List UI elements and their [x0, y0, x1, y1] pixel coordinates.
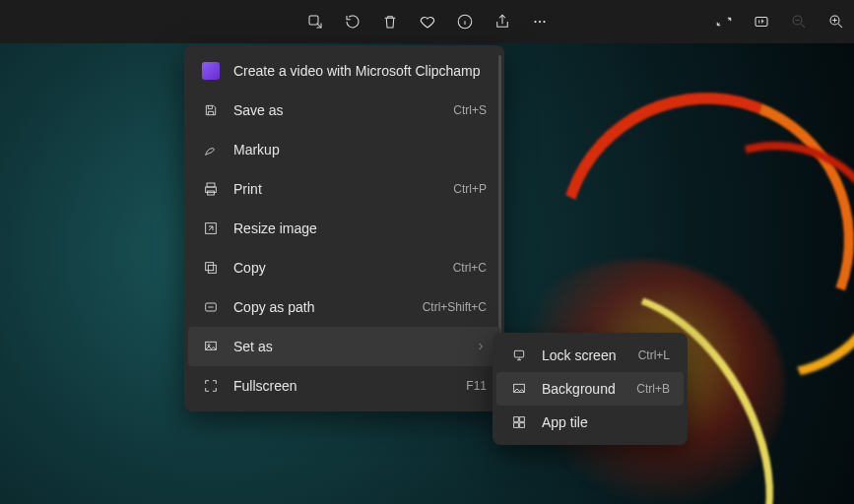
print-icon: [202, 180, 220, 198]
svg-point-4: [543, 21, 545, 23]
chevron-right-icon: [475, 341, 487, 352]
menu-item-accel: Ctrl+Shift+C: [423, 300, 487, 314]
info-icon[interactable]: [455, 12, 475, 32]
submenu-item-accel: Ctrl+B: [636, 382, 670, 396]
menu-item-accel: Ctrl+P: [453, 182, 487, 196]
menu-item-clipchamp[interactable]: Create a video with Microsoft Clipchamp: [188, 51, 500, 91]
save-icon: [202, 101, 220, 119]
share-icon[interactable]: [493, 12, 512, 32]
more-icon[interactable]: [530, 12, 550, 32]
zoom-out-icon[interactable]: [789, 12, 809, 32]
submenu-item-label: App tile: [542, 414, 670, 430]
menu-item-print[interactable]: Print Ctrl+P: [188, 169, 500, 209]
svg-rect-22: [520, 423, 525, 428]
lock-screen-icon: [510, 346, 528, 364]
menu-item-copy-path[interactable]: Copy as path Ctrl+Shift+C: [188, 287, 500, 327]
set-as-submenu: Lock screen Ctrl+L Background Ctrl+B App…: [493, 333, 688, 445]
submenu-item-accel: Ctrl+L: [638, 348, 670, 362]
fullscreen-toggle-icon[interactable]: [714, 12, 734, 32]
zoom-in-icon[interactable]: [826, 12, 846, 32]
svg-rect-20: [520, 417, 525, 422]
menu-item-label: Set as: [233, 339, 461, 354]
context-menu: Create a video with Microsoft Clipchamp …: [184, 45, 504, 411]
menu-item-label: Print: [233, 181, 439, 197]
menu-item-label: Fullscreen: [233, 378, 452, 394]
submenu-item-app-tile[interactable]: App tile: [496, 406, 684, 439]
menu-item-set-as[interactable]: Set as: [188, 327, 500, 366]
menu-item-copy[interactable]: Copy Ctrl+C: [188, 248, 500, 287]
markup-icon: [202, 141, 220, 158]
menu-item-save-as[interactable]: Save as Ctrl+S: [188, 91, 500, 130]
copy-icon: [202, 259, 220, 277]
menu-item-label: Create a video with Microsoft Clipchamp: [233, 63, 487, 79]
menu-item-fullscreen[interactable]: Fullscreen F11: [188, 366, 500, 406]
submenu-item-label: Background: [542, 381, 623, 397]
svg-point-16: [208, 345, 210, 346]
svg-rect-5: [755, 18, 767, 27]
background-icon: [510, 380, 528, 398]
app-toolbar: [0, 0, 854, 43]
menu-item-label: Save as: [233, 102, 439, 118]
svg-rect-13: [206, 263, 214, 271]
delete-icon[interactable]: [380, 12, 400, 32]
submenu-item-lock-screen[interactable]: Lock screen Ctrl+L: [496, 339, 684, 372]
svg-rect-21: [514, 423, 519, 428]
svg-point-2: [534, 21, 536, 23]
menu-item-label: Copy: [233, 260, 439, 276]
menu-item-accel: Ctrl+C: [453, 261, 487, 275]
menu-item-accel: F11: [466, 379, 487, 393]
menu-item-label: Copy as path: [233, 299, 409, 315]
favorite-icon[interactable]: [418, 12, 437, 32]
menu-item-resize[interactable]: Resize image: [188, 209, 500, 248]
edit-icon[interactable]: [305, 12, 325, 32]
actual-size-icon[interactable]: [752, 12, 771, 32]
svg-rect-10: [208, 191, 215, 195]
submenu-item-background[interactable]: Background Ctrl+B: [496, 372, 684, 406]
svg-rect-12: [208, 265, 216, 273]
menu-item-markup[interactable]: Markup: [188, 130, 500, 169]
menu-item-label: Markup: [233, 142, 487, 158]
resize-icon: [202, 220, 220, 237]
menu-item-accel: Ctrl+S: [453, 103, 487, 117]
clipchamp-icon: [202, 62, 220, 80]
svg-point-3: [538, 21, 540, 23]
rotate-icon[interactable]: [343, 12, 362, 32]
svg-rect-8: [207, 183, 215, 187]
submenu-item-label: Lock screen: [542, 347, 624, 363]
set-as-icon: [202, 338, 220, 355]
app-tile-icon: [510, 413, 528, 431]
copy-path-icon: [202, 298, 220, 316]
fullscreen-icon: [202, 377, 220, 395]
svg-rect-19: [514, 417, 519, 422]
svg-rect-17: [514, 350, 523, 357]
menu-item-label: Resize image: [233, 220, 487, 236]
